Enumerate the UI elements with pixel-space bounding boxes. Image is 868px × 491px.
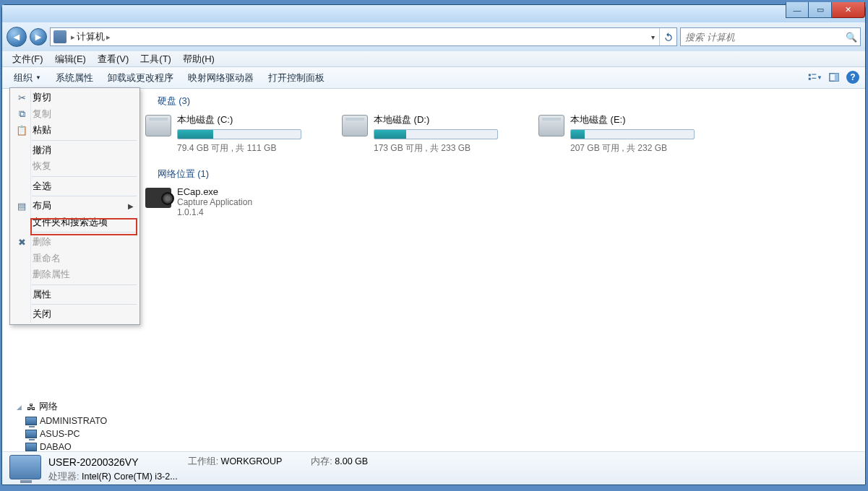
capacity-bar [374, 129, 498, 139]
breadcrumb-sep-icon[interactable]: ▸ [69, 32, 77, 42]
menu-close[interactable]: 关闭 [12, 306, 138, 323]
details-memory-label: 内存: [311, 456, 332, 466]
drive-item[interactable]: 本地磁盘 (D:)173 GB 可用 , 共 233 GB [342, 113, 524, 155]
tree-label: ADMINISTRATO [40, 416, 107, 426]
menu-folder-options[interactable]: 文件夹和搜索选项 [12, 214, 138, 231]
drive-free-text: 79.4 GB 可用 , 共 111 GB [177, 142, 301, 155]
details-workgroup-label: 工作组: [188, 456, 218, 466]
nav-bar: ◄ ► ▸ 计算机 ▸ ▾ 🔍 [2, 22, 865, 51]
svg-rect-0 [809, 74, 811, 76]
menu-properties[interactable]: 属性 [12, 287, 138, 303]
tree-node-computer[interactable]: ADMINISTRATO [7, 414, 129, 427]
menu-select-all[interactable]: 全选 [12, 178, 138, 195]
organize-button[interactable]: 组织 ▼ [7, 69, 48, 87]
organize-label: 组织 [14, 71, 33, 84]
help-icon: ? [846, 71, 859, 84]
drive-item[interactable]: 本地磁盘 (E:)207 GB 可用 , 共 232 GB [538, 113, 721, 155]
computer-large-icon [9, 455, 41, 479]
minimize-icon: — [794, 6, 802, 14]
search-box[interactable]: 🔍 [680, 27, 861, 46]
copy-icon: ⧉ [14, 108, 30, 120]
menu-layout[interactable]: ▤ 布局 ▶ [12, 198, 138, 214]
forward-button[interactable]: ► [30, 28, 47, 45]
content-pane[interactable]: ◢ 硬盘 (3) 本地磁盘 (C:)79.4 GB 可用 , 共 111 GB本… [145, 92, 862, 448]
netloc-name: ECap.exe [177, 186, 252, 197]
drive-name: 本地磁盘 (E:) [570, 113, 695, 126]
section-hard-drives: ◢ 硬盘 (3) [145, 92, 862, 110]
tree-label: 网络 [39, 401, 58, 413]
menu-view[interactable]: 查看(V) [92, 51, 134, 67]
tree-node-computer[interactable]: DABAO [7, 440, 129, 451]
breadcrumb-segment[interactable]: 计算机 [77, 30, 105, 43]
menu-edit[interactable]: 编辑(E) [49, 51, 92, 67]
menu-paste[interactable]: 📋 粘贴 [12, 122, 138, 139]
uninstall-programs-button[interactable]: 卸载或更改程序 [100, 69, 181, 87]
paste-icon: 📋 [14, 125, 30, 136]
menu-redo: 恢复 [12, 158, 138, 175]
refresh-button[interactable] [659, 28, 676, 45]
menu-file[interactable]: 文件(F) [7, 51, 49, 67]
hard-disk-icon [145, 115, 171, 136]
drive-free-text: 207 GB 可用 , 共 232 GB [570, 142, 695, 155]
nav-tree[interactable]: ◢ 🖧 网络 ADMINISTRATOASUS-PCDABAODESKTOPDE… [7, 399, 129, 451]
camera-app-icon [145, 188, 171, 208]
maximize-icon: ▭ [817, 5, 824, 14]
refresh-icon [663, 32, 674, 42]
section-network-location: ◢ 网络位置 (1) [145, 165, 862, 183]
menu-cut[interactable]: ✂ 剪切 [12, 90, 138, 106]
hard-disk-icon [342, 115, 368, 136]
drive-free-text: 173 GB 可用 , 共 233 GB [374, 142, 498, 155]
forward-icon: ► [33, 31, 43, 43]
menu-rename: 重命名 [12, 251, 138, 267]
search-icon: 🔍 [846, 32, 857, 43]
maximize-button[interactable]: ▭ [809, 2, 832, 18]
preview-pane-button[interactable] [826, 69, 842, 85]
details-cpu-value: Intel(R) Core(TM) i3-2... [82, 472, 178, 482]
tree-node-computer[interactable]: ASUS-PC [7, 427, 129, 440]
menu-copy: ⧉ 复制 [12, 106, 138, 123]
back-icon: ◄ [12, 31, 22, 43]
drive-item[interactable]: 本地磁盘 (C:)79.4 GB 可用 , 共 111 GB [145, 113, 327, 155]
chevron-down-icon: ▼ [35, 74, 41, 81]
tree-label: DABAO [40, 442, 72, 451]
hard-disk-icon [538, 115, 564, 136]
computer-icon [25, 417, 37, 425]
preview-pane-icon [829, 72, 839, 82]
view-mode-button[interactable]: ▼ [807, 69, 823, 85]
cut-icon: ✂ [14, 92, 30, 103]
map-drive-button[interactable]: 映射网络驱动器 [181, 69, 261, 87]
command-bar: 组织 ▼ 系统属性 卸载或更改程序 映射网络驱动器 打开控制面板 ▼ ? [2, 67, 865, 89]
address-history-dropdown[interactable]: ▾ [646, 33, 659, 41]
details-memory-value: 8.00 GB [335, 456, 368, 466]
menu-undo[interactable]: 撤消 [12, 142, 138, 159]
organize-menu: ✂ 剪切 ⧉ 复制 📋 粘贴 撤消 恢复 全选 ▤ 布局 ▶ 文件夹和搜索选项 … [9, 87, 140, 325]
minimize-button[interactable]: — [786, 2, 809, 18]
system-properties-button[interactable]: 系统属性 [48, 69, 100, 87]
menu-bar: 文件(F) 编辑(E) 查看(V) 工具(T) 帮助(H) [2, 51, 865, 67]
svg-rect-3 [812, 78, 816, 79]
details-computer-name: USER-20200326VY [48, 455, 178, 470]
address-bar[interactable]: ▸ 计算机 ▸ ▾ [50, 27, 677, 46]
tree-node-network[interactable]: ◢ 🖧 网络 [7, 399, 129, 414]
menu-help[interactable]: 帮助(H) [177, 51, 220, 67]
network-location-item[interactable]: ECap.exe Capture Application 1.0.1.4 [145, 186, 862, 217]
back-button[interactable]: ◄ [7, 27, 27, 47]
menu-remove-properties: 删除属性 [12, 266, 138, 283]
computer-icon [25, 430, 37, 438]
expand-icon[interactable]: ◢ [17, 404, 24, 411]
netloc-version: 1.0.1.4 [177, 207, 252, 217]
computer-icon [25, 443, 37, 451]
delete-icon: ✖ [14, 237, 30, 248]
breadcrumb-sep-icon[interactable]: ▸ [105, 32, 112, 42]
close-icon: ✕ [845, 5, 851, 14]
help-button[interactable]: ? [845, 69, 861, 85]
menu-delete: ✖ 删除 [12, 234, 138, 251]
open-control-panel-button[interactable]: 打开控制面板 [261, 69, 332, 87]
title-bar[interactable]: — ▭ ✕ [2, 5, 865, 22]
menu-tools[interactable]: 工具(T) [134, 51, 177, 67]
capacity-bar [570, 129, 695, 139]
close-button[interactable]: ✕ [832, 2, 865, 18]
svg-rect-2 [809, 78, 811, 80]
search-input[interactable] [684, 31, 846, 43]
drive-name: 本地磁盘 (D:) [374, 113, 498, 126]
